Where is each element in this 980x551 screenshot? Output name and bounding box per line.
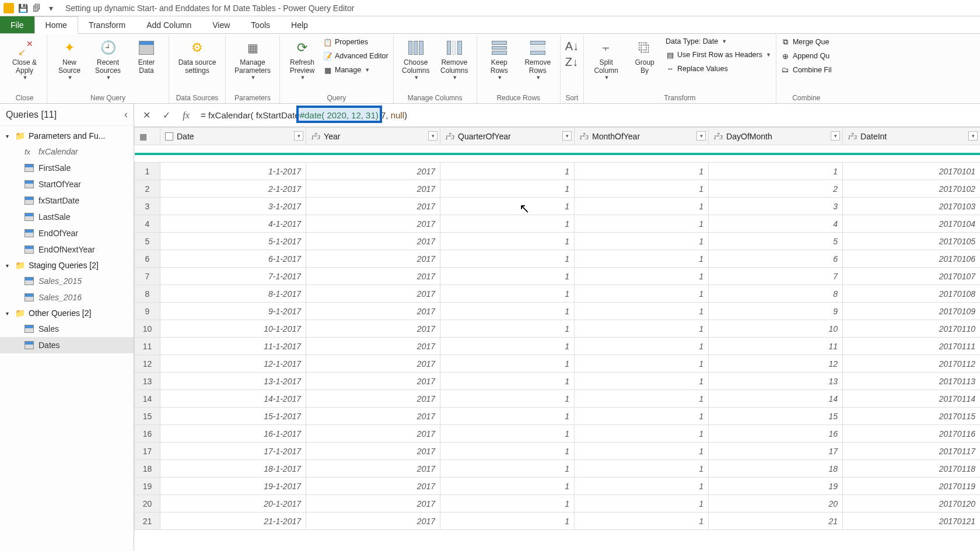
formula-text[interactable]: = fxCalendar( fxStartDate#date( 2020, 12… bbox=[198, 109, 975, 122]
column-header-monthofyear[interactable]: 123MonthOfYear▾ bbox=[575, 128, 709, 145]
pane-collapse-button[interactable]: ‹ bbox=[124, 108, 128, 121]
cell-month[interactable]: 1 bbox=[575, 338, 709, 355]
cell-year[interactable]: 2017 bbox=[306, 495, 440, 513]
cell-year[interactable]: 2017 bbox=[306, 478, 440, 495]
cell-month[interactable]: 1 bbox=[575, 355, 709, 373]
group-by-button[interactable]: ⿻ Group By bbox=[627, 36, 662, 77]
manage-query-button[interactable]: ▦Manage▼ bbox=[323, 64, 388, 76]
cell-date[interactable]: 19-1-2017 bbox=[160, 478, 306, 495]
cell-day[interactable]: 13 bbox=[709, 373, 843, 390]
cell-quarter[interactable]: 1 bbox=[440, 338, 575, 355]
cell-month[interactable]: 1 bbox=[575, 180, 709, 198]
cell-month[interactable]: 1 bbox=[575, 303, 709, 320]
cell-date[interactable]: 2-1-2017 bbox=[160, 180, 306, 198]
cell-quarter[interactable]: 1 bbox=[440, 198, 575, 215]
tree-item-firstsale[interactable]: FirstSale bbox=[0, 160, 134, 176]
cell-date[interactable]: 7-1-2017 bbox=[160, 268, 306, 285]
cell-year[interactable]: 2017 bbox=[306, 320, 440, 338]
cell-date[interactable]: 1-1-2017 bbox=[160, 163, 306, 180]
cell-quarter[interactable]: 1 bbox=[440, 460, 575, 478]
remove-rows-button[interactable]: Remove Rows▼ bbox=[520, 36, 555, 83]
table-row[interactable]: 1010-1-20172017111020170110 bbox=[135, 320, 981, 338]
choose-columns-button[interactable]: Choose Columns▼ bbox=[398, 36, 433, 83]
cell-dateint[interactable]: 20170107 bbox=[843, 268, 981, 285]
cell-quarter[interactable]: 1 bbox=[440, 163, 575, 180]
tab-tools[interactable]: Tools bbox=[240, 16, 281, 33]
cell-year[interactable]: 2017 bbox=[306, 408, 440, 425]
cell-date[interactable]: 21-1-2017 bbox=[160, 513, 306, 530]
cell-quarter[interactable]: 1 bbox=[440, 355, 575, 373]
cell-dateint[interactable]: 20170102 bbox=[843, 180, 981, 198]
cell-day[interactable]: 9 bbox=[709, 303, 843, 320]
cell-quarter[interactable]: 1 bbox=[440, 250, 575, 268]
tab-transform[interactable]: Transform bbox=[78, 16, 136, 33]
table-row[interactable]: 1818-1-20172017111820170118 bbox=[135, 460, 981, 478]
tree-item-fxstartdate[interactable]: fxStartDate bbox=[0, 192, 134, 209]
cell-year[interactable]: 2017 bbox=[306, 460, 440, 478]
cell-year[interactable]: 2017 bbox=[306, 180, 440, 198]
keep-rows-button[interactable]: Keep Rows▼ bbox=[482, 36, 517, 83]
cell-date[interactable]: 12-1-2017 bbox=[160, 355, 306, 373]
cell-month[interactable]: 1 bbox=[575, 215, 709, 233]
combine-files-button[interactable]: 🗂Combine Fil bbox=[781, 64, 832, 76]
cell-month[interactable]: 1 bbox=[575, 285, 709, 303]
cell-dateint[interactable]: 20170118 bbox=[843, 460, 981, 478]
advanced-editor-button[interactable]: 📝Advanced Editor bbox=[323, 50, 388, 62]
cell-quarter[interactable]: 1 bbox=[440, 180, 575, 198]
cell-year[interactable]: 2017 bbox=[306, 373, 440, 390]
cell-day[interactable]: 3 bbox=[709, 198, 843, 215]
cell-quarter[interactable]: 1 bbox=[440, 320, 575, 338]
cell-date[interactable]: 17-1-2017 bbox=[160, 443, 306, 460]
cell-dateint[interactable]: 20170116 bbox=[843, 425, 981, 443]
append-queries-button[interactable]: ⊕Append Qu bbox=[781, 50, 832, 62]
cell-year[interactable]: 2017 bbox=[306, 163, 440, 180]
merge-queries-button[interactable]: ⧉Merge Que bbox=[781, 36, 832, 48]
table-row[interactable]: 77-1-2017201711720170107 bbox=[135, 268, 981, 285]
tree-group[interactable]: ▾📁Staging Queries [2] bbox=[0, 258, 134, 273]
new-source-button[interactable]: ✦ New Source▼ bbox=[52, 36, 87, 83]
sort-desc-button[interactable]: Z↓ bbox=[565, 55, 579, 69]
qat-save-icon[interactable]: 💾 bbox=[18, 3, 28, 13]
cell-dateint[interactable]: 20170111 bbox=[843, 338, 981, 355]
cell-dateint[interactable]: 20170110 bbox=[843, 320, 981, 338]
cell-quarter[interactable]: 1 bbox=[440, 233, 575, 250]
table-row[interactable]: 1313-1-20172017111320170113 bbox=[135, 373, 981, 390]
cell-date[interactable]: 8-1-2017 bbox=[160, 285, 306, 303]
cell-date[interactable]: 5-1-2017 bbox=[160, 233, 306, 250]
tab-file[interactable]: File bbox=[0, 16, 34, 33]
cell-day[interactable]: 5 bbox=[709, 233, 843, 250]
tree-item-startofyear[interactable]: StartOfYear bbox=[0, 176, 134, 192]
cell-year[interactable]: 2017 bbox=[306, 233, 440, 250]
table-row[interactable]: 2020-1-20172017112020170120 bbox=[135, 495, 981, 513]
cell-date[interactable]: 16-1-2017 bbox=[160, 425, 306, 443]
cell-dateint[interactable]: 20170104 bbox=[843, 215, 981, 233]
cell-date[interactable]: 20-1-2017 bbox=[160, 495, 306, 513]
cell-dateint[interactable]: 20170106 bbox=[843, 250, 981, 268]
cell-day[interactable]: 8 bbox=[709, 285, 843, 303]
column-filter-button[interactable]: ▾ bbox=[696, 131, 706, 141]
manage-parameters-button[interactable]: ▦ Manage Parameters▼ bbox=[230, 36, 275, 83]
cell-day[interactable]: 19 bbox=[709, 478, 843, 495]
cell-date[interactable]: 10-1-2017 bbox=[160, 320, 306, 338]
data-source-settings-button[interactable]: ⚙ Data source settings bbox=[174, 36, 220, 77]
cell-year[interactable]: 2017 bbox=[306, 268, 440, 285]
tree-item-dates[interactable]: Dates bbox=[0, 337, 134, 353]
cell-month[interactable]: 1 bbox=[575, 320, 709, 338]
cell-dateint[interactable]: 20170115 bbox=[843, 408, 981, 425]
table-row[interactable]: 99-1-2017201711920170109 bbox=[135, 303, 981, 320]
cell-dateint[interactable]: 20170114 bbox=[843, 390, 981, 408]
cell-quarter[interactable]: 1 bbox=[440, 268, 575, 285]
cell-day[interactable]: 16 bbox=[709, 425, 843, 443]
cell-year[interactable]: 2017 bbox=[306, 198, 440, 215]
data-type-button[interactable]: Data Type: Date▼ bbox=[666, 36, 771, 47]
remove-columns-button[interactable]: Remove Columns▼ bbox=[437, 36, 472, 83]
table-row[interactable]: 1414-1-20172017111420170114 bbox=[135, 390, 981, 408]
cell-month[interactable]: 1 bbox=[575, 425, 709, 443]
cell-month[interactable]: 1 bbox=[575, 233, 709, 250]
column-filter-button[interactable]: ▾ bbox=[428, 131, 438, 141]
cell-month[interactable]: 1 bbox=[575, 443, 709, 460]
cell-month[interactable]: 1 bbox=[575, 198, 709, 215]
table-row[interactable]: 1111-1-20172017111120170111 bbox=[135, 338, 981, 355]
formula-cancel-button[interactable]: ✕ bbox=[139, 108, 154, 123]
cell-dateint[interactable]: 20170120 bbox=[843, 495, 981, 513]
